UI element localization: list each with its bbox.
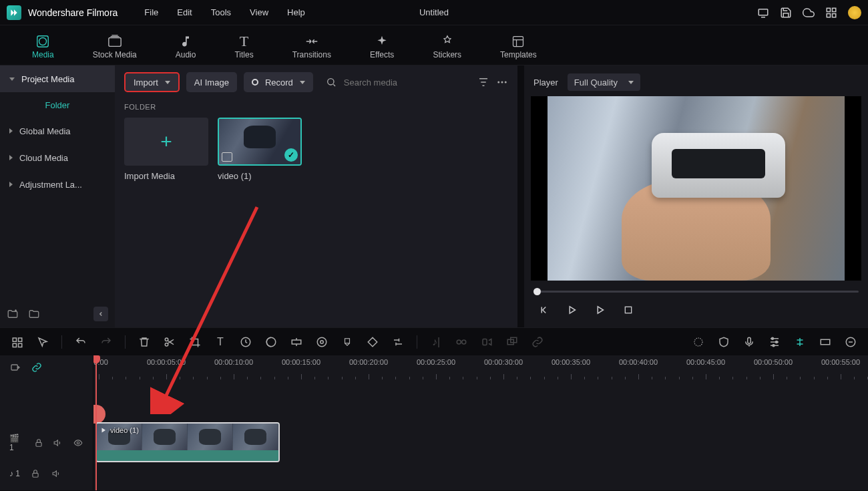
track-icon[interactable] bbox=[290, 335, 303, 349]
voiceover-icon[interactable] bbox=[480, 335, 493, 349]
ruler-time-label: 00:00:30:00 bbox=[484, 358, 523, 366]
filter-icon[interactable] bbox=[477, 76, 489, 88]
tab-bar: Media Stock Media Audio T Titles Transit… bbox=[0, 25, 868, 65]
diamond-icon[interactable] bbox=[366, 335, 379, 349]
preview-scrubber[interactable] bbox=[531, 285, 861, 298]
scrub-handle[interactable] bbox=[533, 288, 541, 295]
timeline-tracks[interactable]: 00:0000:00:05:0000:00:10:0000:00:15:0000… bbox=[93, 355, 868, 490]
add-track-icon[interactable] bbox=[9, 361, 21, 373]
playhead[interactable] bbox=[95, 355, 97, 490]
tab-audio[interactable]: Audio bbox=[164, 28, 208, 65]
cloud-icon[interactable] bbox=[803, 7, 815, 19]
ruler-time-label: 00:00:35:00 bbox=[552, 358, 590, 366]
tab-stock[interactable]: Stock Media bbox=[81, 28, 149, 65]
adjust-icon[interactable] bbox=[391, 335, 405, 349]
render-icon[interactable] bbox=[692, 335, 705, 349]
tab-transitions[interactable]: Transitions bbox=[280, 28, 343, 65]
lock-icon[interactable] bbox=[33, 437, 44, 449]
collapse-sidebar-button[interactable] bbox=[93, 307, 108, 321]
new-folder-icon[interactable] bbox=[7, 308, 19, 320]
tab-media-label: Media bbox=[32, 50, 54, 59]
timeline-clip[interactable]: video (1) bbox=[95, 422, 280, 462]
tab-media[interactable]: Media bbox=[20, 28, 66, 65]
clip-type-icon bbox=[222, 152, 232, 162]
svg-rect-37 bbox=[821, 339, 830, 345]
delete-icon[interactable] bbox=[138, 335, 151, 349]
search-input[interactable] bbox=[344, 77, 471, 88]
tab-effects[interactable]: Effects bbox=[358, 28, 406, 65]
menu-file[interactable]: File bbox=[144, 7, 158, 17]
prev-frame-button[interactable] bbox=[537, 303, 551, 317]
group-icon[interactable] bbox=[505, 335, 519, 349]
sidebar-global-media[interactable]: Global Media bbox=[0, 118, 115, 144]
snap-icon[interactable] bbox=[793, 335, 807, 349]
stop-button[interactable] bbox=[622, 303, 635, 317]
crop-icon[interactable] bbox=[188, 335, 202, 349]
record-icon bbox=[252, 79, 258, 86]
search-icon[interactable] bbox=[325, 76, 337, 88]
svg-rect-8 bbox=[513, 37, 523, 47]
stock-icon bbox=[107, 33, 122, 49]
audio-track-header[interactable]: ♪ 1 bbox=[0, 464, 93, 484]
menu-view[interactable]: View bbox=[250, 7, 268, 17]
sidebar-cloud-media[interactable]: Cloud Media bbox=[0, 144, 115, 171]
sidebar-folder[interactable]: Folder bbox=[0, 92, 115, 118]
mute-icon[interactable] bbox=[53, 437, 64, 449]
ai-image-button[interactable]: AI Image bbox=[186, 72, 237, 92]
timeline-toolbar: T ♪| bbox=[0, 327, 868, 355]
tab-stickers[interactable]: Stickers bbox=[421, 28, 473, 65]
undo-icon[interactable] bbox=[74, 335, 87, 349]
svg-point-28 bbox=[462, 340, 466, 344]
speed-icon[interactable] bbox=[239, 335, 252, 349]
next-frame-button[interactable] bbox=[594, 303, 607, 317]
zoom-out-icon[interactable] bbox=[844, 335, 857, 349]
mic-icon[interactable] bbox=[742, 335, 756, 349]
tab-titles[interactable]: T Titles bbox=[222, 28, 265, 65]
pointer-icon[interactable] bbox=[36, 335, 49, 349]
link-track-icon[interactable] bbox=[31, 361, 43, 373]
more-icon[interactable] bbox=[496, 76, 508, 88]
video-track-header[interactable]: 🎬 1 bbox=[0, 422, 93, 464]
text-icon[interactable]: T bbox=[214, 335, 227, 349]
tab-templates[interactable]: Templates bbox=[488, 28, 549, 65]
save-icon[interactable] bbox=[780, 7, 792, 19]
preview-canvas[interactable] bbox=[531, 96, 861, 281]
keyframe-icon[interactable] bbox=[315, 335, 329, 349]
sidebar-project-media[interactable]: Project Media bbox=[0, 65, 115, 92]
mute-icon[interactable] bbox=[51, 468, 63, 480]
screen-icon[interactable] bbox=[757, 7, 769, 19]
play-button[interactable] bbox=[566, 303, 579, 317]
link-icon[interactable] bbox=[531, 335, 544, 349]
audio-track-icon: ♪ 1 bbox=[9, 469, 20, 478]
svg-rect-6 bbox=[39, 38, 47, 45]
color-icon[interactable] bbox=[264, 335, 278, 349]
mixer-icon[interactable] bbox=[768, 335, 781, 349]
menu-tools[interactable]: Tools bbox=[211, 7, 231, 17]
marker-icon[interactable] bbox=[341, 335, 354, 349]
redo-icon[interactable] bbox=[99, 335, 113, 349]
sidebar-adjustment[interactable]: Adjustment La... bbox=[0, 171, 115, 198]
shield-icon[interactable] bbox=[717, 335, 730, 349]
grid-icon[interactable] bbox=[825, 7, 837, 19]
sidebar-cloud-label: Cloud Media bbox=[19, 153, 68, 163]
menu-help[interactable]: Help bbox=[287, 7, 305, 17]
tracks-icon[interactable] bbox=[11, 335, 24, 349]
main-area: Project Media Folder Global Media Cloud … bbox=[0, 65, 868, 327]
menu-edit[interactable]: Edit bbox=[177, 7, 192, 17]
audio-mixer-icon[interactable]: ♪| bbox=[429, 335, 443, 349]
split-icon[interactable] bbox=[163, 335, 176, 349]
user-avatar[interactable] bbox=[848, 6, 861, 19]
detach-audio-icon[interactable] bbox=[455, 335, 468, 349]
lock-icon[interactable] bbox=[29, 468, 41, 480]
folder-icon[interactable] bbox=[28, 308, 40, 320]
svg-rect-26 bbox=[345, 338, 350, 343]
quality-dropdown[interactable]: Full Quality bbox=[568, 73, 640, 91]
visibility-icon[interactable] bbox=[73, 437, 83, 449]
media-clip-tile[interactable]: ✓ video (1) bbox=[218, 118, 302, 181]
import-media-tile[interactable]: + Import Media bbox=[124, 118, 208, 181]
fit-icon[interactable] bbox=[819, 335, 832, 349]
record-button[interactable]: Record bbox=[244, 72, 313, 92]
timeline-ruler[interactable]: 00:0000:00:05:0000:00:10:0000:00:15:0000… bbox=[93, 355, 868, 379]
import-button[interactable]: Import bbox=[124, 72, 180, 92]
ruler-time-label: 00:00:50:00 bbox=[754, 358, 793, 366]
